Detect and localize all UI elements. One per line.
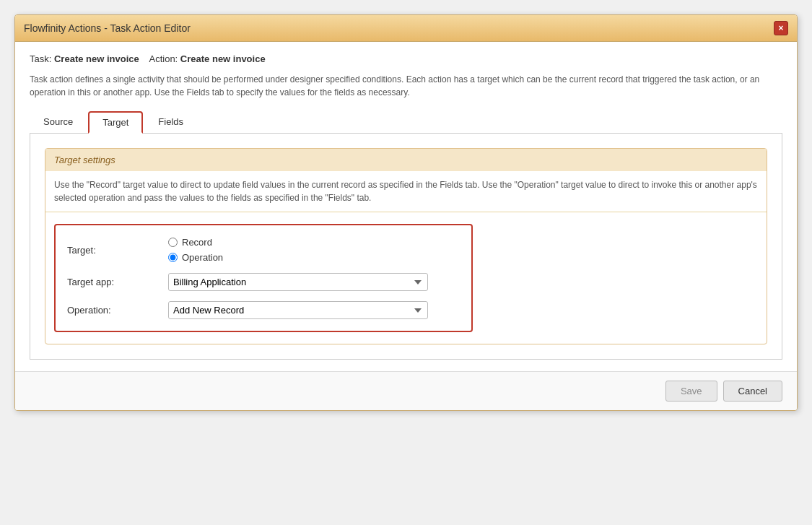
task-description: Task action defines a single activity th…	[30, 73, 782, 99]
radio-operation[interactable]	[168, 253, 178, 262]
dialog-body: Task: Create new invoice Action: Create …	[15, 42, 797, 371]
task-value: Create new invoice	[54, 53, 139, 64]
radio-record-label[interactable]: Record	[168, 237, 223, 248]
task-label: Task:	[30, 53, 51, 64]
save-button[interactable]: Save	[665, 381, 717, 402]
tab-bar: Source Target Fields	[30, 110, 782, 134]
target-radio-group: Record Operation	[168, 237, 223, 263]
radio-operation-text: Operation	[182, 252, 223, 263]
task-info: Task: Create new invoice Action: Create …	[30, 53, 782, 64]
target-settings-bordered: Target: Record Operation	[54, 224, 473, 332]
target-app-row: Target app: Billing Application	[67, 273, 460, 291]
settings-box: Target settings Use the "Record" target …	[45, 148, 767, 344]
operation-row: Operation: Add New Record Record Operati…	[67, 301, 460, 319]
target-label: Target:	[67, 245, 168, 256]
dialog-footer: Save Cancel	[15, 371, 797, 410]
tab-fields[interactable]: Fields	[144, 111, 197, 134]
task-action-editor-dialog: Flowfinity Actions - Task Action Editor …	[14, 14, 798, 411]
dialog-title: Flowfinity Actions - Task Action Editor	[24, 22, 191, 34]
settings-header: Target settings	[45, 149, 767, 171]
dialog-titlebar: Flowfinity Actions - Task Action Editor …	[15, 15, 797, 42]
settings-description: Use the "Record" target value to direct …	[45, 171, 767, 212]
close-button[interactable]: ×	[774, 21, 788, 35]
tab-source[interactable]: Source	[30, 111, 87, 134]
settings-content: Target: Record Operation	[45, 212, 767, 344]
tab-content: Target settings Use the "Record" target …	[30, 134, 782, 360]
cancel-button[interactable]: Cancel	[723, 381, 782, 402]
action-label: Action:	[149, 53, 178, 64]
radio-record[interactable]	[168, 238, 178, 247]
tab-target[interactable]: Target	[88, 111, 143, 134]
target-app-label: Target app:	[67, 277, 168, 287]
radio-record-text: Record	[182, 237, 212, 248]
target-app-select[interactable]: Billing Application	[168, 273, 428, 291]
action-value: Create new invoice	[180, 53, 266, 64]
radio-operation-label[interactable]: Operation	[168, 252, 223, 263]
target-row: Target: Record Operation	[67, 237, 460, 263]
operation-select[interactable]: Add New Record Record Operation	[168, 301, 428, 319]
operation-label: Operation:	[67, 305, 168, 316]
